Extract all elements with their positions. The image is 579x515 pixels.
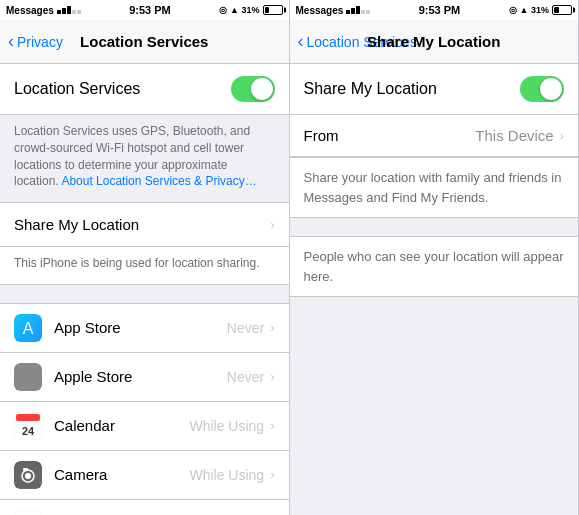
right-panel: Messages 9:53 PM ◎ ▲ 31% ‹ Location Serv… bbox=[290, 0, 580, 515]
list-item[interactable]: Apple Store Never › bbox=[0, 353, 289, 402]
svg-rect-9 bbox=[23, 468, 28, 471]
info-block-2: People who can see your location will ap… bbox=[290, 236, 579, 297]
app-name-left: Messages bbox=[6, 5, 54, 16]
back-arrow-right: ‹ bbox=[298, 31, 304, 52]
camera360-icon bbox=[14, 510, 42, 515]
location-privacy-link[interactable]: About Location Services & Privacy… bbox=[61, 174, 256, 188]
signal-icon-right bbox=[346, 6, 370, 14]
app-name: App Store bbox=[54, 319, 227, 336]
svg-rect-4 bbox=[16, 414, 40, 421]
battery-left bbox=[263, 5, 283, 15]
share-description: This iPhone is being used for location s… bbox=[0, 247, 289, 284]
app-name-right: Messages bbox=[296, 5, 344, 16]
time-right: 9:53 PM bbox=[419, 4, 461, 16]
nav-bar-left: ‹ Privacy Location Services bbox=[0, 20, 289, 64]
info-text-1: Share your location with family and frie… bbox=[304, 168, 565, 207]
app-name: Calendar bbox=[54, 417, 189, 434]
signal-pct-left: ▲ 31% bbox=[230, 5, 259, 15]
app-name: Camera bbox=[54, 466, 189, 483]
location-services-label: Location Services bbox=[14, 80, 140, 98]
list-item[interactable]: Camera While Using › bbox=[0, 451, 289, 500]
from-chevron: › bbox=[560, 128, 564, 143]
applestore-icon bbox=[14, 363, 42, 391]
left-panel: Messages 9:53 PM ◎ ▲ 31% ‹ Privacy Locat… bbox=[0, 0, 290, 515]
back-label-left: Privacy bbox=[17, 34, 63, 50]
list-chevron: › bbox=[270, 418, 274, 433]
back-arrow-left: ‹ bbox=[8, 31, 14, 52]
svg-rect-2 bbox=[14, 363, 42, 391]
share-my-location-toggle-row: Share My Location bbox=[290, 64, 579, 115]
location-icon-right: ◎ bbox=[509, 5, 517, 15]
battery-right bbox=[552, 5, 572, 15]
app-permission: While Using bbox=[189, 418, 264, 434]
location-icon-left: ◎ bbox=[219, 5, 227, 15]
location-description: Location Services uses GPS, Bluetooth, a… bbox=[0, 115, 289, 202]
content-left: Location Services Location Services uses… bbox=[0, 64, 289, 515]
camera-app-icon bbox=[14, 461, 42, 489]
share-location-section: Share My Location › This iPhone is being… bbox=[0, 202, 289, 285]
share-chevron-left: › bbox=[270, 217, 274, 232]
from-label: From bbox=[304, 127, 339, 144]
location-services-row: Location Services bbox=[0, 64, 289, 115]
share-my-location-row[interactable]: Share My Location › bbox=[0, 203, 289, 247]
nav-bar-right: ‹ Location Services Share My Location bbox=[290, 20, 579, 64]
status-bar-right: Messages 9:53 PM ◎ ▲ 31% bbox=[290, 0, 579, 20]
svg-text:A: A bbox=[23, 320, 34, 337]
list-item[interactable]: 24 Calendar While Using › bbox=[0, 402, 289, 451]
svg-point-8 bbox=[25, 473, 31, 479]
location-services-toggle[interactable] bbox=[231, 76, 275, 102]
info-text-2: People who can see your location will ap… bbox=[304, 247, 565, 286]
info-block-1: Share your location with family and frie… bbox=[290, 157, 579, 218]
app-permission: Never bbox=[227, 320, 264, 336]
app-permission: While Using bbox=[189, 467, 264, 483]
nav-title-left: Location Services bbox=[80, 33, 208, 50]
nav-title-right: Share My Location bbox=[367, 33, 500, 50]
content-right: Share My Location From This Device › Sha… bbox=[290, 64, 579, 515]
share-my-location-label: Share My Location bbox=[14, 216, 139, 233]
signal-icon-left bbox=[57, 6, 81, 14]
svg-text:24: 24 bbox=[22, 425, 35, 437]
appstore-icon: A bbox=[14, 314, 42, 342]
calendar-icon: 24 bbox=[14, 412, 42, 440]
from-row[interactable]: From This Device › bbox=[290, 115, 579, 157]
status-bar-left: Messages 9:53 PM ◎ ▲ 31% bbox=[0, 0, 289, 20]
list-chevron: › bbox=[270, 467, 274, 482]
from-value: This Device bbox=[475, 127, 553, 144]
list-item[interactable]: Camera360 Never › bbox=[0, 500, 289, 515]
back-button-left[interactable]: ‹ Privacy bbox=[8, 31, 63, 52]
share-my-location-toggle[interactable] bbox=[520, 76, 564, 102]
share-my-location-right-label: Share My Location bbox=[304, 80, 437, 98]
signal-pct-right: ▲ 31% bbox=[520, 5, 549, 15]
app-permission: Never bbox=[227, 369, 264, 385]
toggle-knob bbox=[251, 78, 273, 100]
time-left: 9:53 PM bbox=[129, 4, 171, 16]
list-chevron: › bbox=[270, 369, 274, 384]
app-name: Apple Store bbox=[54, 368, 227, 385]
svg-rect-10 bbox=[14, 510, 42, 515]
app-list: A App Store Never › Apple Store Never › … bbox=[0, 303, 289, 515]
list-chevron: › bbox=[270, 320, 274, 335]
list-item[interactable]: A App Store Never › bbox=[0, 304, 289, 353]
toggle-knob-right bbox=[540, 78, 562, 100]
